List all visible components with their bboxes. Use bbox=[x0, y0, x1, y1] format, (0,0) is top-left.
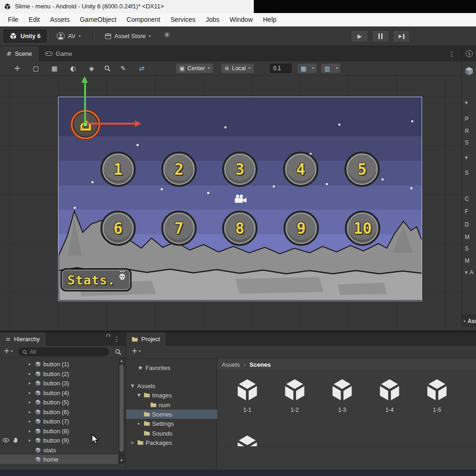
foldout-icon[interactable]: ▸ bbox=[27, 381, 33, 385]
level-button-6[interactable]: 6 bbox=[100, 211, 136, 246]
foldout-icon[interactable]: ▸ bbox=[130, 441, 135, 445]
rect-tool-icon[interactable]: ▢ bbox=[30, 63, 42, 73]
asset-item-scene[interactable]: 1-1 bbox=[225, 377, 270, 413]
scroll-down-icon[interactable]: ▼ bbox=[119, 459, 125, 463]
pickability-hand-icon[interactable] bbox=[13, 437, 19, 443]
foldout-icon[interactable]: ▸ bbox=[136, 422, 142, 426]
tree-item-scenes-selected[interactable]: Scenes bbox=[126, 410, 217, 419]
hierarchy-row[interactable]: ▸button (7) bbox=[0, 416, 118, 426]
foldout-icon[interactable]: ▸ bbox=[27, 400, 33, 404]
shuffle-tool-icon[interactable]: ⇄ bbox=[136, 63, 148, 73]
hierarchy-row[interactable]: ▸button (3) bbox=[0, 378, 118, 388]
tab-scene[interactable]: # Scene bbox=[0, 46, 39, 61]
menu-assets[interactable]: Assets bbox=[45, 13, 75, 26]
step-button[interactable]: ▶ bbox=[393, 30, 410, 42]
level-button-9[interactable]: 9 bbox=[284, 211, 319, 246]
level-button-2[interactable]: 2 bbox=[161, 152, 197, 187]
pause-button[interactable] bbox=[372, 30, 389, 42]
snap-tool-icon[interactable]: ◈ bbox=[86, 63, 98, 73]
foldout-icon[interactable]: ▸ bbox=[27, 410, 33, 414]
menu-component[interactable]: Component bbox=[121, 13, 165, 26]
gear-icon[interactable]: ✳ bbox=[164, 31, 170, 39]
create-object-button[interactable]: + ▾ bbox=[4, 348, 13, 355]
stats-button[interactable]: Stats. bbox=[60, 268, 132, 291]
tree-item-assets[interactable]: ▼Assets bbox=[126, 381, 217, 390]
tree-item-settings[interactable]: ▸Settings bbox=[126, 419, 217, 428]
foldout-icon[interactable]: ▼ bbox=[136, 393, 142, 397]
tree-item-packages[interactable]: ▸Packages bbox=[126, 438, 217, 447]
menu-help[interactable]: Help bbox=[258, 13, 282, 26]
asset-item-scene[interactable]: 1-2 bbox=[272, 377, 317, 413]
grid-snap-button[interactable]: ▦ ▾ bbox=[297, 63, 317, 73]
tree-item-sounds[interactable]: Sounds bbox=[126, 429, 217, 438]
foldout-icon[interactable]: ▸ bbox=[27, 362, 33, 366]
search-icon[interactable] bbox=[104, 65, 111, 72]
search-picker-icon[interactable] bbox=[115, 349, 121, 355]
breadcrumb-assets[interactable]: Assets bbox=[222, 361, 240, 368]
kebab-menu-icon[interactable]: ⋮ bbox=[442, 51, 462, 57]
tab-game[interactable]: Game bbox=[39, 46, 79, 61]
hierarchy-row[interactable]: ▸button (1) bbox=[0, 359, 118, 369]
menu-services[interactable]: Services bbox=[165, 13, 201, 26]
level-button-7[interactable]: 7 bbox=[161, 211, 197, 246]
hierarchy-row-selected[interactable]: home bbox=[0, 455, 118, 464]
menu-window[interactable]: Window bbox=[225, 13, 258, 26]
chevron-down-icon[interactable]: ▾ bbox=[333, 66, 340, 70]
level-button-1[interactable]: 1 bbox=[100, 152, 136, 187]
grid-tool-icon[interactable]: ▦ bbox=[48, 63, 60, 73]
scrollbar-thumb[interactable] bbox=[119, 364, 124, 452]
move-tool-icon[interactable]: ✛ bbox=[11, 63, 23, 73]
scene-viewport[interactable]: 1 2 3 4 5 6 7 8 9 10 ⌂ Stats. bbox=[0, 76, 462, 331]
foldout-icon[interactable]: ▸ bbox=[27, 391, 33, 395]
scene-camera-icon[interactable] bbox=[234, 194, 247, 203]
gizmo-center-handle[interactable] bbox=[83, 122, 87, 126]
hierarchy-scrollbar[interactable]: ▲ ▼ bbox=[119, 358, 125, 464]
gizmo-y-axis[interactable] bbox=[84, 82, 86, 124]
account-dropdown[interactable]: AV ▾ bbox=[53, 30, 84, 42]
asset-item-scene[interactable]: 1-3 bbox=[320, 377, 364, 413]
gizmo-x-arrowhead[interactable] bbox=[135, 120, 141, 127]
tab-hierarchy[interactable]: ≡ Hierarchy bbox=[0, 332, 46, 346]
scroll-up-icon[interactable]: ▲ bbox=[119, 359, 125, 363]
hierarchy-row[interactable]: ▸button (4) bbox=[0, 388, 118, 397]
pivot-dropdown[interactable]: ▣ Center ▾ bbox=[176, 63, 213, 73]
level-button-8[interactable]: 8 bbox=[222, 211, 258, 246]
hierarchy-row[interactable]: ▸button (8) bbox=[0, 426, 118, 436]
menu-gameobject[interactable]: GameObject bbox=[75, 13, 122, 26]
snap-increment-input[interactable] bbox=[270, 64, 291, 73]
asset-item-scene-partial[interactable] bbox=[225, 433, 270, 446]
shading-tool-icon[interactable]: ◐ bbox=[67, 63, 79, 73]
hierarchy-row[interactable]: ▸button (9) bbox=[0, 436, 118, 445]
hierarchy-row[interactable]: ▸button (6) bbox=[0, 407, 118, 416]
asset-item-scene[interactable]: 1-4 bbox=[367, 377, 412, 413]
paint-tool-icon[interactable]: ✎ bbox=[117, 63, 129, 73]
foldout-icon[interactable]: ▸ bbox=[27, 438, 33, 443]
chevron-down-icon[interactable]: ▾ bbox=[310, 66, 317, 70]
gizmo-y-arrowhead[interactable] bbox=[81, 76, 88, 83]
play-button[interactable]: ▶ bbox=[351, 30, 368, 42]
hierarchy-search-input[interactable] bbox=[30, 349, 105, 355]
visibility-eye-icon[interactable] bbox=[2, 438, 9, 443]
foldout-icon[interactable]: ▸ bbox=[27, 372, 33, 376]
hierarchy-row[interactable]: stats bbox=[0, 445, 118, 455]
hierarchy-row[interactable]: ▸button (5) bbox=[0, 397, 118, 407]
tree-item-num[interactable]: num bbox=[126, 400, 217, 410]
asset-labels-header[interactable]: ▸ Ass bbox=[462, 315, 476, 327]
tab-project[interactable]: Project bbox=[126, 332, 165, 346]
hierarchy-row[interactable]: ▸button (2) bbox=[0, 369, 118, 378]
menu-edit[interactable]: Edit bbox=[24, 13, 45, 26]
level-button-3[interactable]: 3 bbox=[222, 152, 258, 187]
asset-item-scene[interactable]: 1-5 bbox=[415, 377, 459, 413]
asset-store-dropdown[interactable]: Asset Store ▾ bbox=[101, 30, 154, 42]
level-button-4[interactable]: 4 bbox=[283, 152, 318, 187]
unity-version-button[interactable]: Unity 6 bbox=[4, 30, 46, 42]
foldout-icon[interactable]: ▼ bbox=[130, 384, 135, 388]
foldout-icon[interactable]: ▸ bbox=[27, 429, 33, 433]
tree-item-favorites[interactable]: ★Favorites bbox=[126, 363, 217, 372]
tree-item-images[interactable]: ▼Images bbox=[126, 390, 217, 400]
hierarchy-search[interactable] bbox=[19, 348, 109, 356]
orientation-dropdown[interactable]: ⊕ Local ▾ bbox=[221, 63, 254, 73]
menu-file[interactable]: File bbox=[3, 13, 24, 26]
grid-visual-button[interactable]: ▥ ▾ bbox=[321, 63, 341, 73]
gizmo-x-axis[interactable] bbox=[85, 123, 135, 124]
